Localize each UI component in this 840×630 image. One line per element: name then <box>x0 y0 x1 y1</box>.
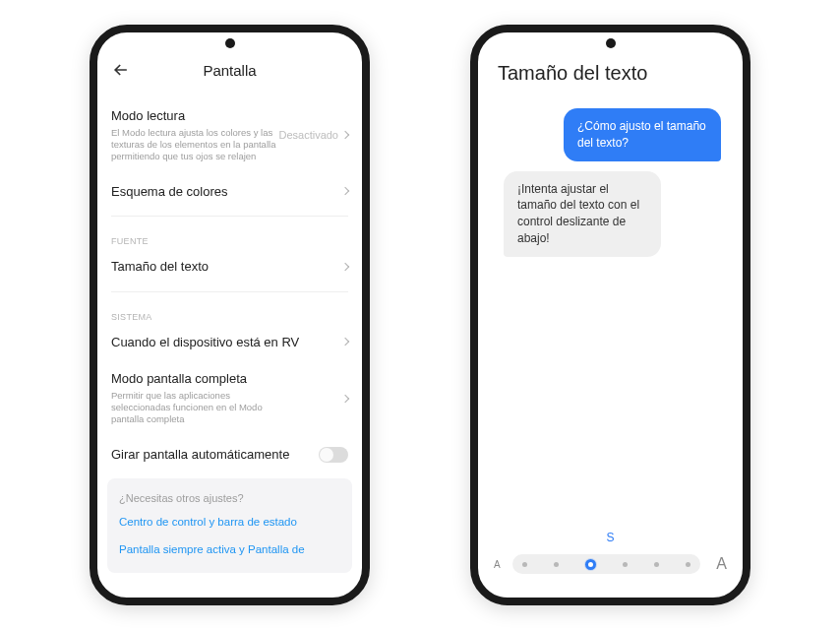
footer-link-control-center[interactable]: Centro de control y barra de estado <box>119 508 340 536</box>
row-girar-pantalla[interactable]: Girar pantalla automáticamente <box>111 436 348 473</box>
slider-step[interactable] <box>686 562 690 567</box>
row-desc: El Modo lectura ajusta los colores y las… <box>111 127 278 163</box>
page-title: Pantalla <box>111 62 348 79</box>
slider-size-label: S <box>494 531 727 544</box>
footer-panel: ¿Necesitas otros ajustes? Centro de cont… <box>107 478 352 573</box>
row-pantalla-completa[interactable]: Modo pantalla completa Permitir que las … <box>111 360 348 436</box>
row-title: Cuando el dispositivo está en RV <box>111 334 342 351</box>
text-size-slider[interactable] <box>512 554 701 574</box>
chevron-right-icon <box>341 263 349 271</box>
chevron-right-icon <box>341 131 349 139</box>
chat-bubble-question: ¿Cómo ajusto el tamaño del texto? <box>564 108 721 161</box>
large-a-icon: A <box>716 555 727 573</box>
slider-step[interactable] <box>522 562 527 567</box>
row-esquema-colores[interactable]: Esquema de colores <box>111 173 348 211</box>
phone-left: Pantalla Modo lectura El Modo lectura aj… <box>90 25 370 605</box>
row-rv[interactable]: Cuando el dispositivo está en RV <box>111 324 348 361</box>
slider-step[interactable] <box>654 562 659 567</box>
section-label-sistema: SISTEMA <box>111 298 348 324</box>
divider <box>111 291 348 292</box>
small-a-icon: A <box>494 559 501 570</box>
section-label-fuente: FUENTE <box>111 222 348 248</box>
row-title: Tamaño del texto <box>111 258 342 276</box>
divider <box>111 216 348 217</box>
slider-step[interactable] <box>554 562 559 567</box>
chat-area: ¿Cómo ajusto el tamaño del texto? ¡Inten… <box>494 108 727 267</box>
phone-right: Tamaño del texto ¿Cómo ajusto el tamaño … <box>470 25 750 605</box>
page-title: Tamaño del texto <box>494 62 727 85</box>
header: Pantalla <box>111 56 348 97</box>
text-size-screen: Tamaño del texto ¿Cómo ajusto el tamaño … <box>478 32 743 598</box>
row-title: Girar pantalla automáticamente <box>111 446 319 464</box>
row-title: Modo pantalla completa <box>111 370 342 388</box>
row-value: Desactivado <box>278 129 338 141</box>
toggle-off[interactable] <box>319 447 348 463</box>
row-title: Esquema de colores <box>111 183 342 201</box>
chevron-right-icon <box>341 187 349 195</box>
slider-thumb[interactable] <box>585 559 596 570</box>
slider-track: A A <box>494 554 727 574</box>
chevron-right-icon <box>341 338 349 346</box>
footer-label: ¿Necesitas otros ajustes? <box>119 488 340 508</box>
chevron-right-icon <box>341 394 349 402</box>
text-size-slider-area: S A A <box>494 531 727 598</box>
row-modo-lectura[interactable]: Modo lectura El Modo lectura ajusta los … <box>111 97 348 173</box>
chat-bubble-answer: ¡Intenta ajustar el tamaño del texto con… <box>504 171 661 257</box>
footer-link-always-on[interactable]: Pantalla siempre activa y Pantalla de <box>119 536 340 563</box>
slider-step[interactable] <box>623 562 628 567</box>
settings-screen: Pantalla Modo lectura El Modo lectura aj… <box>97 32 362 598</box>
row-title: Modo lectura <box>111 107 278 125</box>
row-tamano-texto[interactable]: Tamaño del texto <box>111 248 348 285</box>
row-desc: Permitir que las aplicaciones selecciona… <box>111 390 278 426</box>
